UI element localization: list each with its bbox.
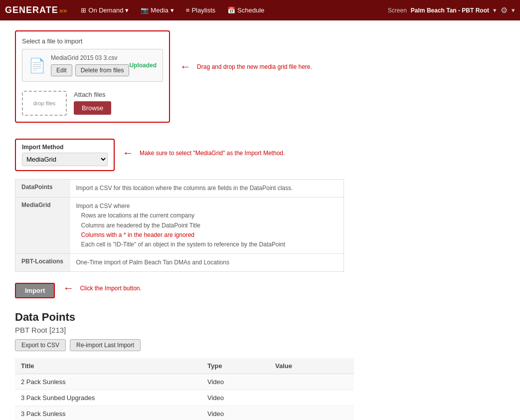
brand: GENERATE »»: [5, 5, 67, 15]
select-file-label: Select a file to import: [22, 37, 163, 45]
file-word-icon: 📄: [28, 57, 46, 74]
col-header-value: Value: [269, 358, 354, 374]
import-method-annotation-row: ← Make sure to select "MediaGrid" as the…: [123, 147, 285, 160]
method-label-pbt: PBT-Locations: [15, 254, 70, 272]
file-action-buttons: Edit Delete from files: [51, 64, 129, 76]
data-points-section: Data Points PBT Root [213] Export to CSV…: [15, 311, 505, 420]
row-title: 2 Pack Sunless: [15, 374, 201, 390]
method-desc-datapoints: Import a CSV for this location where the…: [70, 180, 344, 198]
method-desc-mediagrid: Import a CSV where Rows are locations at…: [70, 198, 344, 254]
table-row-mediagrid: MediaGrid Import a CSV where Rows are lo…: [15, 198, 344, 254]
row-title: 3 Pack Sunless: [15, 406, 201, 420]
import-method-box: Import Method MediaGrid DataPoints PBT-L…: [15, 139, 115, 171]
chevron-down-icon: ▾: [125, 6, 129, 14]
table-row: 3 Pack Sunless Video: [15, 406, 354, 420]
camera-icon: 📷: [141, 6, 149, 14]
method-desc-pbt: One-Time import of Palm Beach Tan DMAs a…: [70, 254, 344, 272]
import-method-annotation-text: Make sure to select "MediaGrid" as the I…: [140, 150, 285, 157]
table-row-pbt-locations: PBT-Locations One-Time import of Palm Be…: [15, 254, 344, 272]
import-method-select[interactable]: MediaGrid DataPoints PBT-Locations: [22, 153, 108, 166]
import-method-label: Import Method: [22, 144, 108, 151]
data-points-table: Title Type Value 2 Pack Sunless Video 3 …: [15, 358, 354, 420]
navbar: GENERATE »» ⊞ On Demand ▾ 📷 Media ▾ ≡ Pl…: [0, 0, 520, 20]
data-points-title: Data Points: [15, 311, 505, 324]
method-label-mediagrid: MediaGrid: [15, 198, 70, 254]
drag-annotation-text: Drag and drop the new media grid file he…: [197, 63, 312, 70]
chevron-down-icon-gear[interactable]: ▾: [512, 6, 515, 14]
arrow-left-icon: ←: [180, 60, 191, 73]
row-value: [269, 374, 354, 390]
nav-item-schedule[interactable]: 📅 Schedule: [222, 3, 269, 17]
chevron-down-icon: ▾: [171, 6, 174, 14]
row-type: Video: [201, 390, 269, 406]
method-label-datapoints: DataPoints: [15, 180, 70, 198]
delete-file-button[interactable]: Delete from files: [75, 64, 130, 76]
file-upload-box: 📄 MediaGrid 2015 03 3.csv Edit Delete fr…: [22, 49, 163, 82]
nav-item-ondemand[interactable]: ⊞ On Demand ▾: [76, 3, 134, 17]
import-btn-annotation-text: Click the Import button.: [80, 285, 141, 292]
nav-item-playlists[interactable]: ≡ Playlists: [181, 3, 220, 17]
nav-item-media[interactable]: 📷 Media ▾: [136, 3, 178, 17]
data-points-actions: Export to CSV Re-import Last Import: [15, 339, 505, 351]
file-info: 📄 MediaGrid 2015 03 3.csv Edit Delete fr…: [28, 54, 129, 76]
data-points-subtitle: PBT Root [213]: [15, 326, 505, 334]
file-status: Uploaded: [129, 62, 157, 69]
row-type: Video: [201, 374, 269, 390]
export-csv-button[interactable]: Export to CSV: [15, 339, 66, 351]
reimport-button[interactable]: Re-import Last Import: [70, 339, 141, 351]
row-value: [269, 390, 354, 406]
row-value: [269, 406, 354, 420]
screen-name: Palm Beach Tan - PBT Root: [411, 7, 489, 14]
import-btn-annotation: ← Click the Import button.: [63, 282, 141, 295]
nav-items: ⊞ On Demand ▾ 📷 Media ▾ ≡ Playlists 📅 Sc…: [76, 3, 388, 17]
edit-file-button[interactable]: Edit: [51, 64, 72, 76]
list-icon: ≡: [186, 6, 190, 14]
nav-right: Screen Palm Beach Tan - PBT Root ▾ ⚙ ▾: [388, 5, 515, 15]
main-content: Select a file to import 📄 MediaGrid 2015…: [0, 20, 520, 420]
col-header-type: Type: [201, 358, 269, 374]
grid-icon: ⊞: [81, 6, 86, 14]
table-row: 3 Pack Sunbed Upgrades Video: [15, 390, 354, 406]
table-row-datapoints: DataPoints Import a CSV for this locatio…: [15, 180, 344, 198]
brand-text: GENERATE: [5, 5, 58, 15]
import-info-table: DataPoints Import a CSV for this locatio…: [15, 179, 344, 272]
gear-icon[interactable]: ⚙: [501, 5, 508, 15]
browse-button[interactable]: Browse: [74, 101, 111, 115]
row-type: Video: [201, 406, 269, 420]
import-button[interactable]: Import: [15, 283, 55, 298]
chevron-down-icon[interactable]: ▾: [493, 6, 497, 14]
screen-label: Screen: [388, 7, 407, 14]
arrow-left-icon-method: ←: [123, 147, 134, 160]
drop-zone[interactable]: drop files: [22, 91, 67, 116]
drag-annotation-row: ← Drag and drop the new media grid file …: [180, 60, 312, 73]
brand-arrows-icon: »»: [59, 6, 67, 14]
table-header-row: Title Type Value: [15, 358, 354, 374]
attach-section: drop files Attach files Browse: [22, 87, 163, 116]
arrow-left-icon-import: ←: [63, 282, 74, 295]
attach-label: Attach files: [74, 91, 111, 98]
import-file-section: Select a file to import 📄 MediaGrid 2015…: [15, 30, 170, 123]
import-method-row: Import Method MediaGrid DataPoints PBT-L…: [15, 139, 505, 171]
row-title: 3 Pack Sunbed Upgrades: [15, 390, 201, 406]
import-button-row: Import ← Click the Import button.: [15, 282, 505, 299]
calendar-icon: 📅: [227, 6, 235, 14]
file-name: MediaGrid 2015 03 3.csv: [51, 54, 129, 61]
table-row: 2 Pack Sunless Video: [15, 374, 354, 390]
col-header-title: Title: [15, 358, 201, 374]
